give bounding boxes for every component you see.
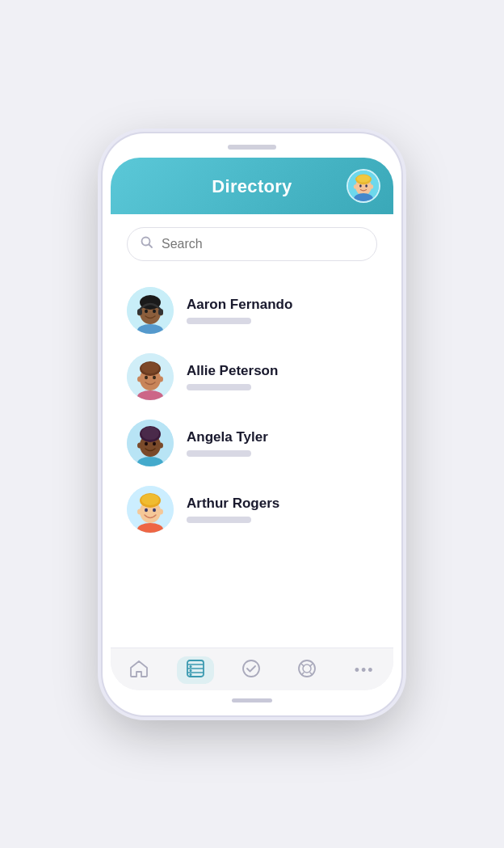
list-item[interactable]: Angela Tyler xyxy=(127,410,377,476)
svg-line-60 xyxy=(310,663,313,666)
contact-name: Aaron Fernando xyxy=(187,297,377,313)
contact-subtitle xyxy=(187,384,251,390)
contact-subtitle xyxy=(187,450,251,457)
phone-frame: Directory xyxy=(103,133,401,715)
phone-speaker xyxy=(228,145,276,150)
nav-item-home[interactable] xyxy=(120,656,158,684)
search-input[interactable] xyxy=(162,237,363,251)
svg-point-7 xyxy=(365,184,368,187)
svg-point-24 xyxy=(141,362,159,373)
svg-point-35 xyxy=(158,442,163,448)
main-content: Aaron Fernando xyxy=(111,214,393,648)
svg-point-42 xyxy=(141,494,159,505)
header-avatar-face xyxy=(348,171,379,201)
svg-point-45 xyxy=(145,508,148,511)
contact-avatar-angela xyxy=(127,420,174,466)
svg-point-25 xyxy=(137,376,142,382)
svg-line-58 xyxy=(301,663,304,666)
list-item[interactable]: Arthur Rogers xyxy=(127,476,377,542)
avatar-arthur xyxy=(127,486,174,533)
svg-point-53 xyxy=(189,669,191,672)
svg-point-37 xyxy=(153,441,156,445)
avatar-allie xyxy=(127,353,174,400)
contact-info-arthur: Arthur Rogers xyxy=(187,496,377,523)
page-title: Directory xyxy=(212,176,292,197)
svg-point-18 xyxy=(145,309,148,312)
bottom-nav: ••• xyxy=(111,648,393,690)
contact-avatar-arthur xyxy=(127,486,174,533)
support-icon xyxy=(297,660,317,681)
user-avatar[interactable] xyxy=(346,169,380,203)
search-bar[interactable] xyxy=(127,227,377,261)
nav-item-tasks[interactable] xyxy=(233,656,270,684)
more-icon: ••• xyxy=(355,663,375,677)
svg-line-10 xyxy=(149,244,153,247)
svg-rect-16 xyxy=(137,309,142,315)
svg-point-26 xyxy=(158,376,163,382)
contact-avatar-allie xyxy=(127,353,174,400)
svg-point-43 xyxy=(137,508,142,514)
svg-point-36 xyxy=(145,441,148,445)
list-item[interactable]: Aaron Fernando xyxy=(127,277,377,344)
app-header: Directory xyxy=(111,158,393,214)
avatar-angela xyxy=(127,420,174,466)
contact-name: Allie Peterson xyxy=(187,363,377,379)
svg-point-5 xyxy=(370,184,374,188)
avatar-aaron xyxy=(127,287,174,334)
list-item[interactable]: Allie Peterson xyxy=(127,344,377,410)
search-icon xyxy=(141,236,153,252)
svg-point-6 xyxy=(359,184,362,187)
svg-point-27 xyxy=(145,375,148,378)
svg-point-46 xyxy=(153,508,156,511)
home-icon xyxy=(129,660,149,681)
phone-home-indicator xyxy=(232,698,272,702)
phone-screen: Directory xyxy=(111,158,393,690)
contact-info-aaron: Aaron Fernando xyxy=(187,297,377,324)
svg-point-34 xyxy=(137,442,142,448)
contact-subtitle xyxy=(187,318,251,324)
svg-point-19 xyxy=(153,309,156,312)
nav-item-more[interactable]: ••• xyxy=(345,660,384,681)
contact-subtitle xyxy=(187,517,251,523)
tasks-icon xyxy=(242,660,260,681)
contact-name: Arthur Rogers xyxy=(187,496,377,512)
contact-avatar-aaron xyxy=(127,287,174,334)
svg-point-44 xyxy=(158,508,163,514)
svg-point-52 xyxy=(189,665,191,668)
nav-item-support[interactable] xyxy=(288,656,326,684)
svg-point-3 xyxy=(357,175,370,182)
svg-point-4 xyxy=(354,184,358,188)
contact-info-angela: Angela Tyler xyxy=(187,429,377,457)
contact-name: Angela Tyler xyxy=(187,429,377,445)
svg-rect-17 xyxy=(158,309,163,315)
contact-info-allie: Allie Peterson xyxy=(187,363,377,390)
svg-point-55 xyxy=(243,660,259,677)
svg-point-33 xyxy=(141,427,159,440)
contact-list: Aaron Fernando xyxy=(127,277,377,542)
directory-icon xyxy=(187,660,204,681)
nav-item-directory[interactable] xyxy=(177,656,214,684)
svg-point-28 xyxy=(153,375,156,378)
svg-point-54 xyxy=(189,673,191,676)
